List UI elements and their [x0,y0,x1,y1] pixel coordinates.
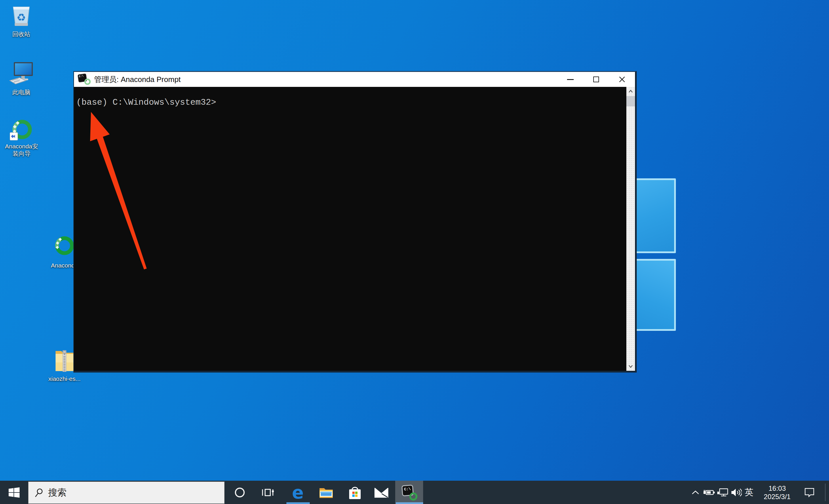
desktop: ♻ 回收站 此电脑 [0,0,829,504]
task-view-icon [261,487,274,498]
terminal-prompt: (base) C:\Windows\system32> [76,98,216,107]
battery-charging-icon [703,489,715,496]
taskbar-item-mail[interactable] [367,481,395,504]
anaconda-running-indicator [396,502,423,504]
zip-folder-icon [55,348,74,373]
tray-time: 16:03 [768,484,786,493]
scrollbar-thumb[interactable] [626,96,635,107]
this-pc-icon [9,62,33,86]
recycle-glyph: ♻ [17,11,26,23]
tray-action-center[interactable] [804,481,815,504]
taskbar-item-edge[interactable]: e [284,481,312,504]
close-button[interactable] [609,72,635,87]
search-icon [35,488,43,497]
taskbar: 搜索 e [0,481,829,504]
desktop-icon-recycle-bin[interactable]: ♻ 回收站 [1,3,42,38]
chevron-up-icon [692,490,699,495]
anaconda-installer-icon [10,119,33,141]
speaker-icon [731,488,742,497]
window-title: 管理员: Anaconda Prompt [94,75,181,85]
desktop-icon-anaconda-installer[interactable]: Anaconda安装向导 [1,119,42,157]
mail-icon [374,487,389,498]
desktop-icon-label: 此电脑 [12,89,31,96]
scroll-up-icon[interactable] [628,89,633,94]
taskbar-item-task-view[interactable] [254,481,282,504]
show-desktop-button[interactable] [825,483,826,501]
tray-ime-indicator[interactable]: 英 [743,481,755,504]
anaconda-icon [54,236,75,256]
scroll-down-icon[interactable] [628,364,633,369]
taskbar-item-cortana[interactable] [226,481,254,504]
windows-start-icon [9,487,20,498]
tray-battery[interactable] [702,481,715,504]
anaconda-prompt-window: C:\ 管理员: Anaconda Prompt (base) C:\Windo… [73,71,637,373]
store-icon [348,485,362,500]
terminal-content[interactable]: (base) C:\Windows\system32> [74,87,635,371]
file-explorer-icon [319,487,333,499]
start-button[interactable] [0,481,28,504]
maximize-icon [593,77,599,82]
taskbar-search-box[interactable]: 搜索 [28,481,224,504]
minimize-icon [567,79,574,80]
tray-volume[interactable] [730,481,743,504]
scrollbar[interactable] [626,87,635,371]
cortana-icon [235,488,245,497]
anaconda-prompt-app-icon: C:\ [78,73,91,85]
shortcut-arrow-icon [10,132,18,141]
close-icon [619,76,625,83]
desktop-icon-label: xiaozhi-es... [48,375,81,382]
window-titlebar[interactable]: C:\ 管理员: Anaconda Prompt [74,72,635,87]
desktop-icon-this-pc[interactable]: 此电脑 [1,62,42,96]
taskbar-item-store[interactable] [341,481,369,504]
desktop-icon-label: 回收站 [12,31,31,38]
minimize-button[interactable] [557,72,583,87]
edge-icon: e [292,484,304,501]
edge-running-indicator [286,502,310,504]
action-center-icon [804,488,815,497]
tray-network[interactable] [716,481,729,504]
recycle-bin-icon: ♻ [11,3,32,28]
tray-clock[interactable]: 16:03 2025/3/1 [759,481,795,504]
search-placeholder-text: 搜索 [48,487,67,499]
desktop-icon-label: Anaconda安装向导 [3,143,40,157]
maximize-button[interactable] [583,72,609,87]
network-ethernet-icon [717,488,728,497]
taskbar-item-file-explorer[interactable] [312,481,340,504]
anaconda-prompt-icon: C:\ [401,484,418,501]
taskbar-item-anaconda-prompt[interactable]: C:\ [395,481,423,504]
tray-show-hidden-icons[interactable] [690,481,701,504]
tray-date: 2025/3/1 [764,493,790,501]
